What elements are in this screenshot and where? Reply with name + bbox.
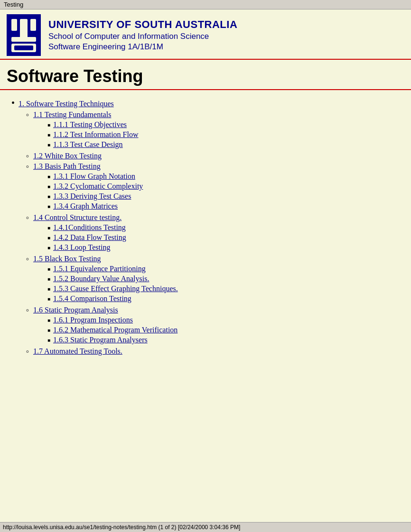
toc-link-l3-9[interactable]: 1.4.3 Loop Testing <box>53 243 110 252</box>
sq-bullet-icon: ■ <box>47 266 50 272</box>
toc-link-l3-14[interactable]: 1.6.1 Program Inspections <box>53 316 133 324</box>
list-item: ⚬ 1.4 Control Structure testing. ■ 1.4.1… <box>25 213 404 253</box>
toc-level1: • 1. Software Testing Techniques ⚬ 1.1 T… <box>7 98 404 356</box>
list-item: ■ 1.6.2 Mathematical Program Verificatio… <box>47 326 177 334</box>
list-item: ⚬ 1.3 Basis Path Testing ■ 1.3.1 Flow Gr… <box>25 162 404 212</box>
course-name: Software Engineering 1A/1B/1M <box>48 42 237 52</box>
list-item: ⚬ 1.2 White Box Testing <box>25 152 404 161</box>
svg-rect-4 <box>30 19 36 31</box>
toc-link-l3-8[interactable]: 1.4.2 Data Flow Testing <box>53 233 126 242</box>
toc-link-l3-5[interactable]: 1.3.3 Deriving Test Cases <box>53 192 131 201</box>
sq-bullet-icon: ■ <box>47 318 50 323</box>
list-item: ■ 1.6.1 Program Inspections <box>47 316 177 324</box>
list-item: ■ 1.1.1 Testing Objectives <box>47 120 139 129</box>
content-area: • 1. Software Testing Techniques ⚬ 1.1 T… <box>0 95 411 387</box>
list-item: ■ 1.1.3 Test Case Design <box>47 140 139 149</box>
toc-link-l2-4[interactable]: 1.5 Black Box Testing <box>33 255 101 263</box>
sq-bullet-icon: ■ <box>47 276 50 282</box>
list-item: ⚬ 1.5 Black Box Testing ■ 1.5.1 Equivale… <box>25 255 404 304</box>
toc-link-l3-7[interactable]: 1.4.1Conditions Testing <box>53 223 126 232</box>
list-item: • 1. Software Testing Techniques ⚬ 1.1 T… <box>11 98 404 356</box>
header-block: UNIVERSITY OF SOUTH AUSTRALIA School of … <box>0 9 411 60</box>
page-title-block: Software Testing <box>0 60 411 90</box>
toc-link-l3-16[interactable]: 1.6.3 Static Program Analysers <box>53 336 148 344</box>
toc-link-l2-0[interactable]: 1.1 Testing Fundamentals <box>33 110 111 119</box>
toc-link-l3-11[interactable]: 1.5.2 Boundary Value Analysis. <box>53 275 149 283</box>
circle-bullet-icon: ⚬ <box>25 307 30 315</box>
list-item: ■ 1.4.1Conditions Testing <box>47 223 126 232</box>
toc-link-l3-1[interactable]: 1.1.2 Test Information Flow <box>53 130 138 139</box>
logo <box>7 14 41 56</box>
bullet-icon: • <box>11 98 15 108</box>
list-item: ■ 1.1.2 Test Information Flow <box>47 130 139 139</box>
sq-bullet-icon: ■ <box>47 338 50 343</box>
svg-rect-3 <box>11 19 17 31</box>
svg-rect-2 <box>20 19 28 38</box>
circle-bullet-icon: ⚬ <box>25 214 30 222</box>
toc-link-l3-13[interactable]: 1.5.4 Comparison Testing <box>53 294 131 303</box>
toc-level3: ■ 1.6.1 Program Inspections ■ 1.6.2 Math… <box>33 316 177 344</box>
sq-bullet-icon: ■ <box>47 132 50 138</box>
page-title: Software Testing <box>7 66 404 86</box>
list-item: ■ 1.3.1 Flow Graph Notation <box>47 172 143 181</box>
sq-bullet-icon: ■ <box>47 204 50 209</box>
sq-bullet-icon: ■ <box>47 296 50 302</box>
toc-link-l3-10[interactable]: 1.5.1 Equivalence Partitioning <box>53 265 146 273</box>
toc-link-l2-3[interactable]: 1.4 Control Structure testing. <box>33 213 121 221</box>
toc-link-l3-0[interactable]: 1.1.1 Testing Objectives <box>53 120 127 129</box>
toc-level2: ⚬ 1.1 Testing Fundamentals ■ 1.1.1 Testi… <box>11 110 404 356</box>
list-item: ■ 1.5.1 Equivalence Partitioning <box>47 265 178 273</box>
toc-level3: ■ 1.3.1 Flow Graph Notation ■ 1.3.2 Cycl… <box>33 172 143 211</box>
list-item: ⚬ 1.6 Static Program Analysis ■ 1.6.1 Pr… <box>25 306 404 346</box>
circle-bullet-icon: ⚬ <box>25 256 30 264</box>
sq-bullet-icon: ■ <box>47 194 50 199</box>
sq-bullet-icon: ■ <box>47 142 50 147</box>
sq-bullet-icon: ■ <box>47 286 50 292</box>
toc-link-l3-2[interactable]: 1.1.3 Test Case Design <box>53 140 123 149</box>
header-text: UNIVERSITY OF SOUTH AUSTRALIA School of … <box>48 18 237 52</box>
sq-bullet-icon: ■ <box>47 184 50 189</box>
toc-level3: ■ 1.4.1Conditions Testing ■ 1.4.2 Data F… <box>33 223 126 252</box>
list-item: ■ 1.5.3 Cause Effect Graphing Techniques… <box>47 284 178 293</box>
university-name: UNIVERSITY OF SOUTH AUSTRALIA <box>48 18 237 31</box>
sq-bullet-icon: ■ <box>47 122 50 128</box>
list-item: ■ 1.4.2 Data Flow Testing <box>47 233 126 242</box>
school-name: School of Computer and Information Scien… <box>48 32 237 41</box>
toc-link-l2-5[interactable]: 1.6 Static Program Analysis <box>33 306 118 314</box>
toc-link-l3-6[interactable]: 1.3.4 Graph Matrices <box>53 202 118 211</box>
toc-link-l1-0[interactable]: 1. Software Testing Techniques <box>19 100 114 108</box>
list-item: ■ 1.4.3 Loop Testing <box>47 243 126 252</box>
sq-bullet-icon: ■ <box>47 235 50 240</box>
list-item: ⚬ 1.1 Testing Fundamentals ■ 1.1.1 Testi… <box>25 110 404 150</box>
list-item: ■ 1.5.4 Comparison Testing <box>47 294 178 303</box>
sq-bullet-icon: ■ <box>47 174 50 179</box>
sq-bullet-icon: ■ <box>47 328 50 333</box>
list-item: ■ 1.3.2 Cyclomatic Complexity <box>47 182 143 191</box>
circle-bullet-icon: ⚬ <box>25 163 30 171</box>
toc-link-l3-15[interactable]: 1.6.2 Mathematical Program Verification <box>53 326 177 334</box>
toc-link-l3-12[interactable]: 1.5.3 Cause Effect Graphing Techniques. <box>53 284 178 293</box>
toc-link-l2-6[interactable]: 1.7 Automated Testing Tools. <box>33 347 122 355</box>
toc-link-l3-3[interactable]: 1.3.1 Flow Graph Notation <box>53 172 135 181</box>
toc-link-l2-1[interactable]: 1.2 White Box Testing <box>33 152 102 160</box>
svg-rect-7 <box>14 46 33 50</box>
toc-link-l2-2[interactable]: 1.3 Basis Path Testing <box>33 162 101 170</box>
sq-bullet-icon: ■ <box>47 225 50 230</box>
sq-bullet-icon: ■ <box>47 245 50 250</box>
tab-bar: Testing <box>0 0 411 9</box>
list-item: ⚬ 1.7 Automated Testing Tools. <box>25 347 404 356</box>
list-item: ■ 1.5.2 Boundary Value Analysis. <box>47 275 178 283</box>
tab-label[interactable]: Testing <box>4 1 23 8</box>
circle-bullet-icon: ⚬ <box>25 111 30 119</box>
toc-level3: ■ 1.5.1 Equivalence Partitioning ■ 1.5.2… <box>33 265 178 303</box>
list-item: ■ 1.6.3 Static Program Analysers <box>47 336 177 344</box>
circle-bullet-icon: ⚬ <box>25 348 30 356</box>
list-item: ■ 1.3.3 Deriving Test Cases <box>47 192 143 201</box>
svg-rect-5 <box>11 37 36 42</box>
circle-bullet-icon: ⚬ <box>25 153 30 161</box>
list-item: ■ 1.3.4 Graph Matrices <box>47 202 143 211</box>
toc-link-l3-4[interactable]: 1.3.2 Cyclomatic Complexity <box>53 182 143 191</box>
toc-level3: ■ 1.1.1 Testing Objectives ■ 1.1.2 Test … <box>33 120 139 149</box>
